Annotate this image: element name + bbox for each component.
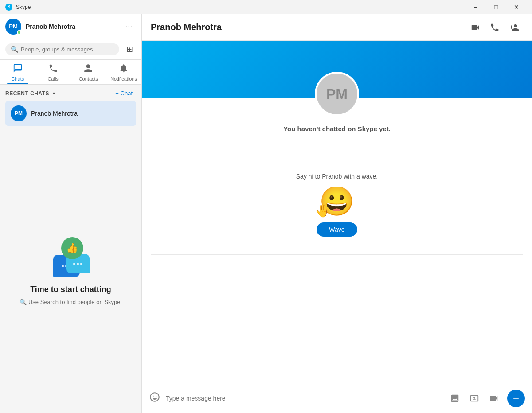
notifications-icon <box>119 63 129 75</box>
more-options-button[interactable]: ··· <box>121 19 136 33</box>
wave-emoji: 😀 🤚 <box>319 187 355 215</box>
recent-chats-title: RECENT CHATS <box>5 90 49 97</box>
video-call-button[interactable] <box>466 19 484 36</box>
new-chat-button[interactable]: + Chat <box>112 88 136 98</box>
tab-notifications[interactable]: Notifications <box>106 60 141 84</box>
chat-list-item[interactable]: PM Pranob Mehrotra <box>5 101 136 126</box>
contacts-icon <box>83 63 93 75</box>
calls-label: Calls <box>47 76 58 82</box>
profile-name: Pranob Mehrotra <box>26 23 117 30</box>
wave-button[interactable]: Wave <box>317 222 357 237</box>
status-dot <box>17 30 21 35</box>
recent-section: RECENT CHATS ▾ + Chat PM Pranob Mehrotra <box>0 85 141 129</box>
separator-bottom <box>151 254 523 255</box>
tab-chats[interactable]: Chats <box>0 60 35 84</box>
add-person-button[interactable] <box>505 19 523 36</box>
title-bar: S Skype − □ ✕ <box>0 0 532 14</box>
nav-tabs: Chats Calls Contacts Notifications <box>0 60 141 85</box>
calls-icon <box>48 63 58 75</box>
profile-header: PM Pranob Mehrotra ··· <box>0 14 141 39</box>
title-bar-left: S Skype <box>5 4 31 11</box>
contacts-label: Contacts <box>79 76 98 82</box>
tab-contacts[interactable]: Contacts <box>71 60 106 84</box>
search-input[interactable] <box>21 46 114 53</box>
chats-icon <box>13 63 23 75</box>
skype-icon: S <box>5 4 12 11</box>
sidebar-empty-state: 👍 Time to start chatting 🔍 Use Search to… <box>0 129 141 413</box>
app-title: Skype <box>16 4 31 10</box>
chat-header-actions <box>466 19 523 36</box>
profile-avatar-large: PM <box>315 72 359 116</box>
contact-card-button[interactable] <box>466 390 482 406</box>
thumbs-up-icon: 👍 <box>61 237 83 259</box>
chat-body: You haven't chatted on Skype yet. Say hi… <box>142 98 532 383</box>
sidebar: PM Pranob Mehrotra ··· 🔍 ⊞ Chats <box>0 14 142 413</box>
window-controls: − □ ✕ <box>466 0 527 14</box>
add-grid-button[interactable]: ⊞ <box>123 43 136 56</box>
chevron-down-icon: ▾ <box>53 91 55 96</box>
search-input-wrap: 🔍 <box>5 43 119 55</box>
app-body: PM Pranob Mehrotra ··· 🔍 ⊞ Chats <box>0 14 532 413</box>
no-chat-message: You haven't chatted on Skype yet. <box>283 125 391 132</box>
emoji-button[interactable] <box>149 391 160 405</box>
search-icon-small: 🔍 <box>20 299 27 305</box>
notifications-label: Notifications <box>110 76 137 82</box>
separator-top <box>151 155 523 155</box>
chats-label: Chats <box>12 76 24 82</box>
message-input-bar <box>142 383 532 413</box>
empty-state-illustration: 👍 <box>49 237 93 277</box>
search-bar: 🔍 ⊞ <box>0 39 141 60</box>
search-icon: 🔍 <box>11 46 18 53</box>
close-button[interactable]: ✕ <box>506 0 527 14</box>
recent-header: RECENT CHATS ▾ + Chat <box>5 88 136 98</box>
wave-prompt: Say hi to Pranob with a wave. <box>296 173 378 180</box>
profile-banner: PM <box>142 41 532 98</box>
chat-item-name: Pranob Mehrotra <box>31 110 78 117</box>
message-input-field[interactable] <box>166 395 442 402</box>
send-button[interactable] <box>507 390 525 407</box>
maximize-button[interactable]: □ <box>486 0 506 14</box>
chat-header: Pranob Mehrotra <box>142 14 532 41</box>
image-upload-button[interactable] <box>447 390 463 406</box>
chat-main: Pranob Mehrotra PM You haven't chatted <box>142 14 532 413</box>
empty-state-title: Time to start chatting <box>30 285 111 294</box>
minimize-button[interactable]: − <box>466 0 486 14</box>
avatar-initials: PM <box>9 23 18 30</box>
wave-section: Say hi to Pranob with a wave. 😀 🤚 Wave <box>287 164 387 245</box>
tab-calls[interactable]: Calls <box>35 60 71 84</box>
chat-contact-name: Pranob Mehrotra <box>151 22 222 32</box>
video-message-button[interactable] <box>486 390 502 406</box>
chat-avatar: PM <box>11 105 27 121</box>
avatar: PM <box>5 19 21 35</box>
profile-initials: PM <box>326 86 348 102</box>
input-actions <box>447 390 502 406</box>
chat-avatar-initials: PM <box>15 110 23 117</box>
audio-call-button[interactable] <box>486 19 504 36</box>
empty-state-subtitle: 🔍 Use Search to find people on Skype. <box>20 299 122 305</box>
